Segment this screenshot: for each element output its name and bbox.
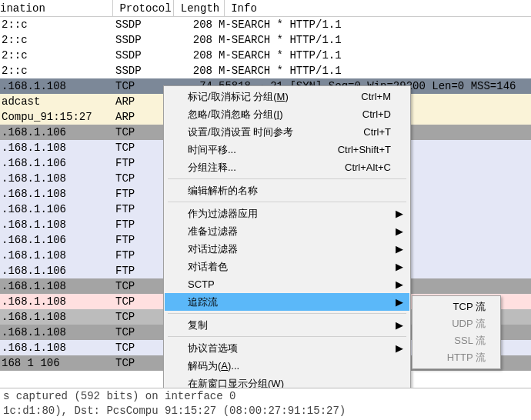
menu-item-accel: Ctrl+Alt+C	[345, 158, 391, 176]
menu-separator	[168, 178, 406, 179]
menu-item-label: 编辑解析的名称	[188, 185, 258, 196]
cell-length: 208	[171, 32, 217, 48]
cell-destination: .168.1.108	[0, 325, 115, 340]
cell-destination: 2::c	[0, 63, 115, 78]
menu-item-label: 作为过滤器应用	[188, 208, 258, 219]
col-protocol[interactable]: Protocol	[119, 0, 174, 17]
menu-separator	[168, 336, 406, 337]
cell-destination: .168.1.106	[0, 155, 115, 171]
status-line-1: s captured (592 bits) on interface 0	[3, 390, 235, 402]
menu-item-label: 复制	[188, 319, 208, 331]
cell-info: M-SEARCH * HTTP/1.1	[217, 32, 531, 48]
menu-item-label: 准备过滤器	[188, 225, 238, 237]
table-row[interactable]: 2::cSSDP208M-SEARCH * HTTP/1.1	[0, 17, 531, 32]
menu-item-label: 分组注释...	[188, 162, 236, 173]
menu-item-label: 忽略/取消忽略 分组(I)	[188, 108, 283, 120]
menu-item-label: 对话过滤器	[188, 243, 238, 255]
table-row[interactable]: 2::cSSDP208M-SEARCH * HTTP/1.1	[0, 32, 531, 48]
menu-item[interactable]: 作为过滤器应用▶	[165, 205, 409, 222]
chevron-right-icon: ▶	[396, 222, 403, 240]
menu-item-label: 解码为(A)...	[188, 360, 239, 372]
cell-destination: .168.1.108	[0, 340, 115, 355]
cell-destination: 2::c	[0, 48, 115, 63]
chevron-right-icon: ▶	[396, 316, 403, 334]
cell-destination: .168.1.106	[0, 125, 115, 140]
chevron-right-icon: ▶	[396, 205, 403, 222]
menu-item[interactable]: 时间平移...Ctrl+Shift+T▶	[165, 141, 409, 158]
chevron-right-icon: ▶	[396, 339, 403, 357]
menu-item[interactable]: SCTP▶	[165, 275, 409, 293]
cell-destination: .168.1.108	[0, 248, 115, 263]
chevron-right-icon: ▶	[396, 275, 403, 293]
packet-context-menu: 标记/取消标记 分组(M)Ctrl+M▶忽略/取消忽略 分组(I)Ctrl+D▶…	[163, 85, 411, 395]
table-row[interactable]: 2::cSSDP208M-SEARCH * HTTP/1.1	[0, 63, 531, 78]
cell-destination: .168.1.108	[0, 294, 115, 309]
cell-info: M-SEARCH * HTTP/1.1	[217, 63, 531, 78]
cell-protocol: SSDP	[115, 17, 171, 32]
menu-item[interactable]: 准备过滤器▶	[165, 222, 409, 240]
status-line-2: 1c:d1:80), Dst: PcsCompu 91:15:27 (08:00…	[3, 404, 528, 418]
cell-info: M-SEARCH * HTTP/1.1	[217, 17, 531, 32]
follow-stream-submenu: TCP 流UDP 流SSL 流HTTP 流	[412, 295, 501, 369]
table-row[interactable]: 2::cSSDP208M-SEARCH * HTTP/1.1	[0, 48, 531, 63]
menu-separator	[168, 313, 406, 314]
menu-item-accel: Ctrl+D	[362, 105, 391, 123]
chevron-right-icon: ▶	[396, 240, 403, 258]
cell-destination: .168.1.108	[0, 140, 115, 155]
menu-item[interactable]: 协议首选项▶	[165, 339, 409, 357]
menu-item[interactable]: 对话着色▶	[165, 258, 409, 275]
menu-item-label: 设置/取消设置 时间参考	[188, 126, 293, 138]
col-length[interactable]: Length	[181, 0, 225, 17]
menu-separator	[168, 202, 406, 202]
cell-destination: 2::c	[0, 32, 115, 48]
cell-info: M-SEARCH * HTTP/1.1	[217, 48, 531, 63]
menu-item-label: 对话着色	[188, 261, 228, 272]
menu-item[interactable]: 标记/取消标记 分组(M)Ctrl+M▶	[165, 88, 409, 105]
column-headers: ination Protocol Length Info	[0, 0, 531, 17]
cell-length: 208	[171, 48, 217, 63]
cell-destination: .168.1.108	[0, 78, 115, 94]
cell-destination: 168 1 106	[0, 355, 115, 371]
menu-item-accel: Ctrl+M	[361, 88, 391, 105]
cell-length: 208	[171, 17, 217, 32]
cell-protocol: SSDP	[115, 48, 171, 63]
menu-item[interactable]: 分组注释...Ctrl+Alt+C▶	[165, 158, 409, 176]
menu-item[interactable]: 对话过滤器▶	[165, 240, 409, 258]
cell-destination: .168.1.108	[0, 171, 115, 186]
submenu-item[interactable]: TCP 流	[413, 298, 499, 315]
submenu-item: UDP 流	[413, 315, 499, 332]
menu-item[interactable]: 追踪流▶	[165, 293, 409, 311]
menu-item[interactable]: 复制▶	[165, 316, 409, 334]
cell-destination: Compu_91:15:27	[0, 109, 115, 125]
cell-protocol: SSDP	[115, 32, 171, 48]
col-destination[interactable]: ination	[0, 0, 113, 17]
cell-destination: .168.1.106	[0, 232, 115, 248]
col-info[interactable]: Info	[231, 0, 531, 17]
cell-destination: .168.1.108	[0, 217, 115, 232]
cell-destination: .168.1.108	[0, 278, 115, 294]
menu-item[interactable]: 忽略/取消忽略 分组(I)Ctrl+D▶	[165, 105, 409, 123]
menu-item-accel: Ctrl+T	[363, 123, 391, 141]
menu-item-label: 追踪流	[188, 296, 218, 308]
menu-item[interactable]: 设置/取消设置 时间参考Ctrl+T▶	[165, 123, 409, 141]
cell-destination: .168.1.106	[0, 263, 115, 278]
cell-length: 208	[171, 63, 217, 78]
chevron-right-icon: ▶	[396, 258, 403, 275]
cell-destination: .168.1.108	[0, 186, 115, 202]
menu-item[interactable]: 编辑解析的名称▶	[165, 182, 409, 199]
menu-item-label: 标记/取消标记 分组(M)	[188, 91, 289, 102]
menu-item-label: SCTP	[188, 278, 215, 290]
cell-destination: .168.1.106	[0, 202, 115, 217]
cell-destination: adcast	[0, 94, 115, 109]
cell-destination: 2::c	[0, 17, 115, 32]
submenu-item: SSL 流	[413, 332, 499, 349]
menu-item-accel: Ctrl+Shift+T	[338, 141, 391, 158]
status-bar: s captured (592 bits) on interface 0 1c:…	[0, 388, 531, 418]
submenu-item: HTTP 流	[413, 349, 499, 366]
cell-destination: .168.1.108	[0, 309, 115, 325]
menu-item[interactable]: 解码为(A)...▶	[165, 357, 409, 375]
chevron-right-icon: ▶	[396, 293, 403, 311]
menu-item-label: 协议首选项	[188, 342, 238, 354]
cell-protocol: SSDP	[115, 63, 171, 78]
menu-item-label: 时间平移...	[188, 144, 236, 155]
